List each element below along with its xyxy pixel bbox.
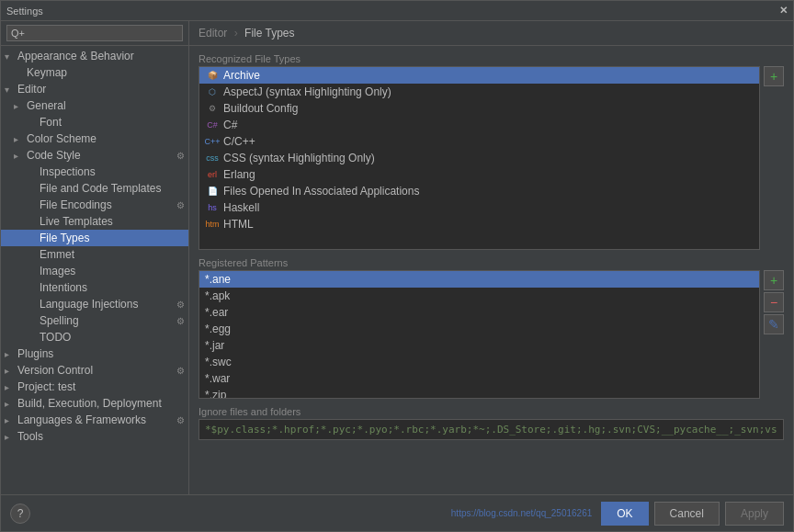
ok-button[interactable]: OK (601, 502, 648, 526)
list-item[interactable]: *.war (199, 370, 759, 387)
sidebar-item-build[interactable]: Build, Execution, Deployment (1, 395, 188, 412)
sidebar-item-label: Color Scheme (27, 132, 96, 145)
sidebar-item-languages[interactable]: Languages & Frameworks ⚙ (1, 412, 188, 428)
list-item-name: C/C++ (223, 135, 255, 148)
list-item[interactable]: *.zip (199, 387, 759, 399)
sidebar-item-editor[interactable]: Editor (1, 81, 188, 97)
list-item[interactable]: 📄 Files Opened In Associated Application… (199, 183, 759, 199)
sidebar-item-tools[interactable]: Tools (1, 428, 188, 445)
sidebar-item-label: Images (40, 265, 75, 277)
gear-icon: ⚙ (176, 151, 185, 161)
registered-patterns-label: Registered Patterns (198, 257, 784, 268)
sidebar-item-general[interactable]: General (1, 97, 188, 114)
settings-window: Settings ✕ Appearance & Behavior Keymap (0, 0, 794, 532)
files-icon: 📄 (205, 185, 220, 198)
sidebar-item-version-control[interactable]: Version Control ⚙ (1, 362, 188, 379)
sidebar-item-keymap[interactable]: Keymap (1, 64, 188, 81)
sidebar-item-label: Project: test (17, 380, 75, 393)
sidebar-item-color-scheme[interactable]: Color Scheme (1, 130, 188, 147)
list-item[interactable]: *.jar (199, 337, 759, 354)
breadcrumb-parent: Editor (198, 27, 227, 40)
file-types-side-buttons: + (764, 66, 784, 250)
remove-pattern-button[interactable]: − (764, 292, 784, 312)
pattern-value: *.apk (205, 289, 230, 302)
search-box (1, 21, 188, 46)
sidebar-item-inspections[interactable]: Inspections (1, 164, 188, 180)
list-item[interactable]: css CSS (syntax Highlighting Only) (199, 150, 759, 166)
html-icon: htm (205, 218, 220, 231)
breadcrumb-current: File Types (244, 27, 294, 40)
sidebar-item-file-code-templates[interactable]: File and Code Templates (1, 180, 188, 197)
main-area: Appearance & Behavior Keymap Editor Gene… (1, 21, 793, 494)
css-icon: css (205, 152, 220, 164)
content-area: Editor › File Types Recognized File Type… (189, 21, 793, 494)
buildout-icon: ⚙ (205, 102, 220, 115)
list-item[interactable]: *.apk (199, 288, 759, 304)
list-item[interactable]: hs Haskell (199, 199, 759, 216)
list-item[interactable]: *.egg (199, 321, 759, 337)
gear-icon: ⚙ (176, 300, 185, 310)
sidebar-item-font[interactable]: Font (1, 114, 188, 130)
sidebar-item-live-templates[interactable]: Live Templates (1, 213, 188, 230)
content-inner: Recognized File Types 📦 Archive ⬡ Aspect… (189, 46, 793, 494)
pattern-value: *.jar (205, 339, 224, 352)
list-item[interactable]: *.ane (199, 271, 759, 288)
sidebar-item-emmet[interactable]: Emmet (1, 246, 188, 263)
help-button[interactable]: ? (10, 504, 30, 524)
sidebar-tree: Appearance & Behavior Keymap Editor Gene… (1, 46, 188, 494)
pattern-value: *.war (205, 372, 230, 385)
sidebar-item-label: File and Code Templates (40, 182, 162, 195)
list-item[interactable]: htm HTML (199, 216, 759, 232)
list-item[interactable]: 📦 Archive (199, 67, 759, 84)
sidebar-item-file-types[interactable]: File Types (1, 230, 188, 246)
list-item-name: Buildout Config (223, 102, 298, 115)
sidebar-item-spelling[interactable]: Spelling ⚙ (1, 312, 188, 329)
list-item[interactable]: erl Erlang (199, 166, 759, 183)
add-file-type-button[interactable]: + (764, 66, 784, 86)
list-item-name: CSS (syntax Highlighting Only) (223, 152, 375, 164)
add-pattern-button[interactable]: + (764, 270, 784, 290)
list-item-name: HTML (223, 218, 254, 231)
gear-icon: ⚙ (176, 415, 185, 425)
sidebar-item-label: Tools (17, 430, 43, 443)
expand-arrow (14, 151, 27, 161)
edit-pattern-button[interactable]: ✎ (764, 314, 784, 334)
expand-arrow (5, 51, 17, 62)
close-button[interactable]: ✕ (779, 5, 788, 17)
registered-patterns-section: Registered Patterns *.ane *.apk *.ear (198, 257, 784, 399)
sidebar-item-file-encodings[interactable]: File Encodings ⚙ (1, 197, 188, 213)
recognized-file-types-section: Recognized File Types 📦 Archive ⬡ Aspect… (198, 53, 784, 250)
file-types-list-container: 📦 Archive ⬡ AspectJ (syntax Highlighting… (198, 66, 784, 250)
sidebar-item-label: Spelling (40, 314, 79, 327)
expand-arrow (5, 415, 17, 425)
sidebar-item-plugins[interactable]: Plugins (1, 345, 188, 362)
gear-icon: ⚙ (176, 200, 185, 210)
cancel-button[interactable]: Cancel (654, 502, 720, 526)
expand-arrow (5, 382, 17, 392)
sidebar-item-todo[interactable]: TODO (1, 329, 188, 345)
list-item[interactable]: ⚙ Buildout Config (199, 100, 759, 117)
sidebar-item-label: Editor (17, 83, 46, 96)
list-item[interactable]: C# C# (199, 117, 759, 133)
sidebar-item-label: Appearance & Behavior (17, 50, 134, 62)
sidebar-item-code-style[interactable]: Code Style ⚙ (1, 147, 188, 164)
sidebar-item-project[interactable]: Project: test (1, 379, 188, 395)
pattern-value: *.swc (205, 356, 232, 368)
bottom-bar: ? https://blog.csdn.net/qq_25016261 OK C… (1, 494, 793, 531)
sidebar-item-label: Keymap (27, 66, 67, 79)
apply-button[interactable]: Apply (725, 502, 784, 526)
sidebar-item-label: Language Injections (40, 298, 138, 311)
sidebar-item-intentions[interactable]: Intentions (1, 279, 188, 296)
sidebar-item-label: File Types (40, 232, 89, 244)
list-item-name: Archive (223, 69, 260, 82)
sidebar-item-language-injections[interactable]: Language Injections ⚙ (1, 296, 188, 312)
sidebar-item-images[interactable]: Images (1, 263, 188, 279)
ignore-input[interactable] (198, 419, 784, 440)
list-item[interactable]: C++ C/C++ (199, 133, 759, 150)
search-input[interactable] (6, 25, 183, 41)
sidebar-item-appearance[interactable]: Appearance & Behavior (1, 48, 188, 64)
list-item[interactable]: *.swc (199, 354, 759, 370)
list-item[interactable]: *.ear (199, 304, 759, 321)
pattern-value: *.egg (205, 323, 231, 335)
list-item[interactable]: ⬡ AspectJ (syntax Highlighting Only) (199, 84, 759, 100)
